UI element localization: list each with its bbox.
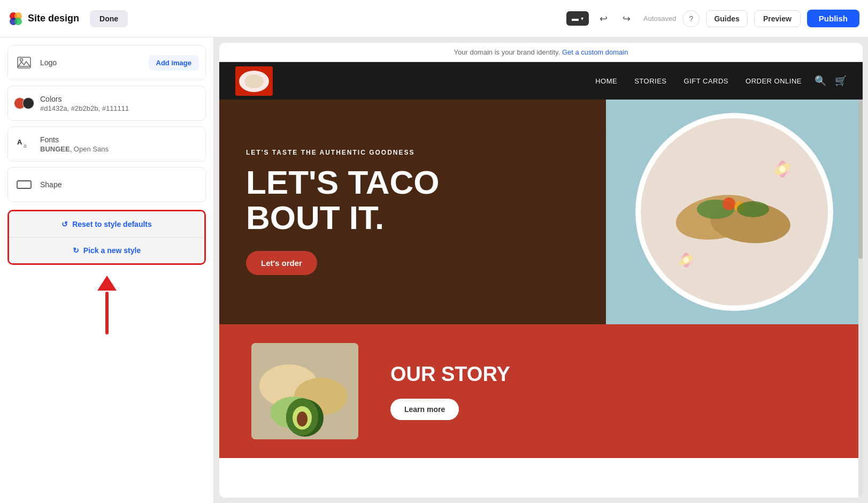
- fonts-icon: A a: [14, 134, 34, 154]
- preview-area: Your domain is your brand identity. Get …: [214, 37, 868, 503]
- nav-links: HOME STORIES GIFT CARDS ORDER ONLINE: [595, 77, 802, 85]
- hero-cta-button[interactable]: Let's order: [246, 251, 317, 275]
- main-area: Logo Add image Colors #d1432a, #2b2b2b, …: [0, 37, 868, 503]
- left-panel: Logo Add image Colors #d1432a, #2b2b2b, …: [0, 37, 214, 503]
- website-scrollbar-thumb: [858, 100, 863, 259]
- svg-rect-8: [17, 181, 31, 188]
- pick-style-label: Pick a new style: [83, 246, 141, 255]
- story-content: OUR STORY Learn more: [390, 363, 831, 420]
- cart-icon[interactable]: 🛒: [835, 75, 847, 87]
- svg-point-4: [20, 59, 23, 62]
- done-button[interactable]: Done: [90, 10, 128, 27]
- arrow-head: [97, 276, 117, 291]
- domain-text: Your domain is your brand identity.: [454, 48, 560, 56]
- colors-info: Colors #d1432a, #2b2b2b, #111111: [40, 95, 129, 112]
- nav-gift-cards[interactable]: GIFT CARDS: [684, 77, 729, 85]
- hero-title: LET'S TACO BOUT IT.: [246, 165, 579, 234]
- monitor-select-button[interactable]: ▬ ▾: [566, 11, 589, 26]
- add-image-button[interactable]: Add image: [149, 55, 199, 71]
- story-title: OUR STORY: [390, 363, 831, 386]
- fonts-secondary: , Open Sans: [70, 145, 109, 153]
- preview-button[interactable]: Preview: [754, 10, 801, 27]
- pick-style-button[interactable]: ↻ Pick a new style: [9, 237, 204, 263]
- fonts-row[interactable]: A a Fonts BUNGEE, Open Sans: [7, 126, 206, 162]
- reset-icon: ↺: [62, 220, 68, 228]
- hero-section: LET'S TASTE THE AUTHENTIC GOODNESS LET'S…: [219, 100, 863, 324]
- nav-order-online[interactable]: ORDER ONLINE: [746, 77, 802, 85]
- svg-point-19: [737, 201, 769, 217]
- hero-left: LET'S TASTE THE AUTHENTIC GOODNESS LET'S…: [219, 100, 606, 324]
- site-nav: HOME STORIES GIFT CARDS ORDER ONLINE 🔍 🛒: [219, 62, 863, 100]
- toolbar-right-actions: ? Guides Preview Publish: [682, 10, 859, 27]
- publish-button[interactable]: Publish: [807, 10, 859, 27]
- domain-bar: Your domain is your brand identity. Get …: [219, 43, 863, 62]
- story-image: [251, 343, 358, 439]
- autosaved-status: Autosaved: [643, 14, 676, 22]
- toolbar: Site design Done ▬ ▾ ↩ ↪ Autosaved ? Gui…: [0, 0, 868, 37]
- svg-point-11: [244, 74, 264, 88]
- action-buttons-container: ↺ Reset to style defaults ↻ Pick a new s…: [7, 210, 206, 265]
- reset-label: Reset to style defaults: [72, 220, 152, 228]
- colors-icon: [14, 94, 34, 113]
- hero-right: [606, 100, 863, 324]
- squarespace-logo-icon: [9, 11, 24, 26]
- hero-title-line2: BOUT IT.: [246, 199, 384, 236]
- redo-button[interactable]: ↪: [618, 11, 635, 27]
- logo-row[interactable]: Logo Add image: [7, 45, 206, 80]
- svg-point-23: [779, 166, 786, 172]
- shape-row[interactable]: Shape: [7, 167, 206, 202]
- undo-icon: ↩: [600, 13, 608, 24]
- svg-point-27: [683, 257, 689, 263]
- shape-label: Shape: [40, 180, 62, 189]
- svg-point-35: [297, 411, 308, 426]
- fonts-primary: BUNGEE: [40, 145, 70, 153]
- app-logo: Site design: [9, 11, 79, 26]
- monitor-chevron-icon: ▾: [581, 16, 583, 21]
- svg-text:a: a: [24, 143, 27, 149]
- logo-icon: [14, 53, 34, 72]
- app-title: Site design: [28, 13, 79, 24]
- colors-row[interactable]: Colors #d1432a, #2b2b2b, #111111: [7, 86, 206, 121]
- arrow-annotation: [7, 276, 206, 334]
- hero-subtitle: LET'S TASTE THE AUTHENTIC GOODNESS: [246, 149, 579, 156]
- shape-icon: [14, 175, 34, 194]
- guides-button[interactable]: Guides: [706, 10, 747, 27]
- hero-title-line1: LET'S TACO: [246, 164, 439, 201]
- website-frame: HOME STORIES GIFT CARDS ORDER ONLINE 🔍 🛒…: [219, 62, 863, 498]
- redo-icon: ↪: [623, 13, 631, 24]
- custom-domain-link[interactable]: Get a custom domain: [562, 48, 628, 56]
- svg-point-3: [14, 18, 22, 25]
- svg-point-17: [723, 197, 735, 210]
- arrow-shaft: [105, 292, 109, 334]
- undo-button[interactable]: ↩: [595, 11, 612, 27]
- logo-label: Logo: [40, 58, 57, 67]
- site-logo: [235, 66, 273, 96]
- nav-stories[interactable]: STORIES: [634, 77, 666, 85]
- pick-style-icon: ↻: [73, 246, 79, 255]
- hero-taco-image: [633, 110, 836, 314]
- website-scrollbar[interactable]: [858, 100, 863, 498]
- search-icon[interactable]: 🔍: [815, 75, 826, 87]
- color-swatch-2: [22, 97, 34, 109]
- monitor-icon: ▬: [572, 14, 579, 22]
- nav-home[interactable]: HOME: [595, 77, 617, 85]
- color-swatches: [14, 97, 34, 109]
- help-button[interactable]: ?: [682, 10, 700, 27]
- story-section: OUR STORY Learn more: [219, 324, 863, 458]
- nav-icons: 🔍 🛒: [815, 75, 847, 87]
- reset-defaults-button[interactable]: ↺ Reset to style defaults: [9, 211, 204, 237]
- story-cta-button[interactable]: Learn more: [390, 399, 459, 420]
- svg-text:A: A: [17, 138, 22, 146]
- fonts-info: Fonts BUNGEE, Open Sans: [40, 135, 109, 153]
